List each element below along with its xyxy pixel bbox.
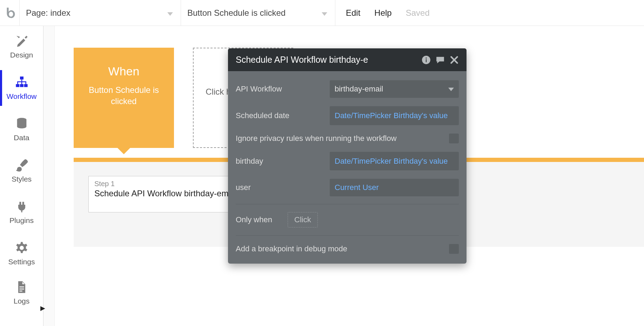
expression-value: Date/TimePicker Birthday's value — [335, 156, 448, 167]
field-label: Ignore privacy rules when running the wo… — [236, 134, 443, 143]
param-birthday-expression[interactable]: Date/TimePicker Birthday's value — [330, 152, 459, 171]
param-user-expression[interactable]: Current User — [330, 179, 459, 196]
chevron-down-icon — [448, 86, 454, 93]
popup-title: Schedule API Workflow birthday-e — [236, 55, 417, 65]
edit-menu[interactable]: Edit — [346, 8, 360, 18]
field-label: Add a breakpoint in debug mode — [236, 244, 443, 253]
field-label: user — [236, 183, 323, 192]
scheduled-date-expression[interactable]: Date/TimePicker Birthday's value — [330, 106, 459, 125]
scroll-gutter — [43, 26, 55, 326]
sidebar-item-label: Design — [10, 51, 33, 59]
page-selector[interactable]: Page: index — [20, 0, 181, 26]
row-param-birthday: birthday Date/TimePicker Birthday's valu… — [236, 148, 459, 175]
event-block[interactable]: When Button Schedule is clicked — [74, 48, 174, 148]
sidebar-item-settings[interactable]: Settings — [0, 233, 43, 274]
select-value: birthday-email — [335, 84, 383, 94]
svg-rect-1 — [16, 84, 19, 87]
event-subtitle: Button Schedule is clicked — [74, 84, 174, 107]
sidebar-item-label: Workflow — [7, 92, 37, 101]
field-label: Only when — [236, 215, 281, 224]
brush-icon — [15, 158, 29, 172]
chevron-down-icon — [167, 8, 173, 18]
only-when-expression[interactable]: Click — [288, 212, 318, 227]
plug-icon — [15, 199, 29, 213]
design-icon — [15, 34, 29, 48]
expression-value: Current User — [335, 183, 379, 192]
sidebar-item-workflow[interactable]: Workflow — [0, 67, 43, 109]
row-param-user: user Current User — [236, 175, 459, 201]
svg-rect-3 — [24, 84, 27, 87]
close-icon[interactable] — [450, 55, 459, 64]
page-selector-label: Page: index — [26, 8, 71, 18]
expression-value: Date/TimePicker Birthday's value — [335, 110, 448, 121]
row-scheduled-date: Scheduled date Date/TimePicker Birthday'… — [236, 102, 459, 129]
save-status: Saved — [406, 8, 430, 18]
bubble-logo-icon — [4, 7, 16, 19]
element-selector-label: Button Schedule is clicked — [187, 8, 286, 18]
svg-point-7 — [425, 57, 427, 59]
popup-header[interactable]: Schedule API Workflow birthday-e — [228, 48, 467, 71]
step-delete-link[interactable]: delete — [94, 200, 247, 208]
sidebar-item-label: Logs — [14, 297, 30, 305]
gear-icon — [15, 241, 29, 255]
chevron-down-icon — [322, 8, 327, 18]
row-api-workflow: API Workflow birthday-email — [236, 76, 459, 102]
sidebar-item-label: Data — [14, 134, 29, 142]
event-title: When — [108, 64, 140, 78]
help-menu[interactable]: Help — [374, 8, 391, 18]
workflow-icon — [15, 75, 29, 89]
popup-footer: Add a breakpoint in debug mode — [228, 240, 467, 264]
divider — [236, 235, 459, 236]
document-icon — [15, 280, 29, 294]
topbar: Page: index Button Schedule is clicked E… — [0, 0, 644, 26]
svg-rect-2 — [20, 84, 24, 87]
api-workflow-select[interactable]: birthday-email — [330, 80, 459, 98]
top-actions: Edit Help Saved — [335, 0, 430, 26]
sidebar-item-label: Plugins — [9, 216, 34, 225]
sidebar-item-label: Styles — [12, 175, 32, 183]
sidebar-expand-icon[interactable]: ▶ — [40, 304, 45, 312]
svg-rect-0 — [20, 76, 24, 79]
sidebar-item-data[interactable]: Data — [0, 109, 43, 150]
row-ignore-privacy: Ignore privacy rules when running the wo… — [236, 129, 459, 148]
divider — [236, 204, 459, 204]
logo[interactable] — [0, 0, 20, 26]
element-selector[interactable]: Button Schedule is clicked — [181, 0, 335, 26]
sidebar-item-styles[interactable]: Styles — [0, 150, 43, 191]
field-label: birthday — [236, 157, 323, 166]
sidebar: Design Workflow Data Styles Plugins — [0, 26, 43, 326]
expression-placeholder: Click — [294, 215, 311, 224]
ignore-privacy-checkbox[interactable] — [449, 134, 459, 143]
popup-body: API Workflow birthday-email Scheduled da… — [228, 71, 467, 240]
sidebar-item-plugins[interactable]: Plugins — [0, 191, 43, 233]
step-title: Schedule API Workflow birthday-email — [94, 189, 247, 198]
breakpoint-checkbox[interactable] — [449, 244, 459, 254]
svg-rect-6 — [426, 59, 427, 62]
field-label: API Workflow — [236, 84, 323, 94]
sidebar-item-design[interactable]: Design — [0, 26, 43, 67]
row-only-when: Only when Click — [236, 208, 459, 232]
info-icon[interactable] — [422, 55, 431, 64]
sidebar-item-logs[interactable]: Logs — [0, 274, 43, 311]
database-icon — [15, 117, 29, 131]
sidebar-item-label: Settings — [8, 258, 35, 266]
row-breakpoint: Add a breakpoint in debug mode — [236, 243, 459, 255]
step-number: Step 1 — [94, 180, 247, 188]
property-editor-popup: Schedule API Workflow birthday-e API Wor… — [228, 48, 467, 264]
field-label: Scheduled date — [236, 111, 323, 120]
comment-icon[interactable] — [436, 55, 445, 64]
